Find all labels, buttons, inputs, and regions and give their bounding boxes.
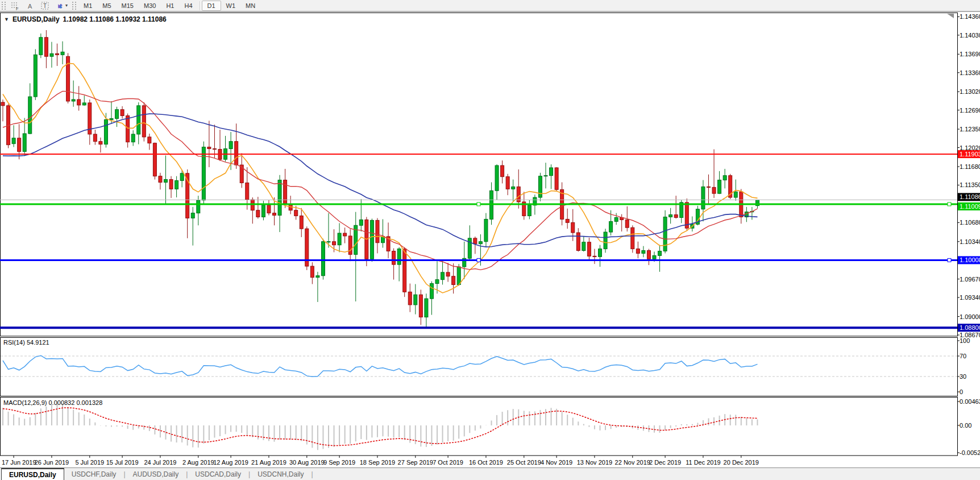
svg-text:F: F [16,6,19,10]
svg-text:0: 0 [960,388,963,395]
svg-text:-0.00529: -0.00529 [960,449,980,456]
timeframe-button-m5[interactable]: M5 [97,1,116,11]
svg-text:A: A [28,2,32,9]
chart-tabs-bar: EURUSD,DailyUSDCHF,Daily|AUDUSD,Daily|US… [0,467,980,480]
toolbar-separator [200,1,200,10]
svg-text:1.13690: 1.13690 [960,51,980,57]
svg-text:1.10340: 1.10340 [960,238,980,245]
svg-text:5 Jul 2019: 5 Jul 2019 [75,459,104,466]
timeframe-button-m30[interactable]: M30 [139,1,161,11]
svg-text:22 Nov 2019: 22 Nov 2019 [615,459,650,466]
date-axis: 17 Jun 201926 Jun 20195 Jul 201915 Jul 2… [2,456,759,466]
chart-canvas[interactable]: 1.143601.140301.136901.133601.130201.126… [0,12,980,468]
svg-text:1.11009: 1.11009 [960,203,980,210]
timeframe-button-m15[interactable]: M15 [117,1,139,11]
arrows-icon[interactable]: ▾ [52,1,70,11]
line-handle[interactable] [948,202,951,206]
collapse-arrow-icon[interactable]: ▼ [4,16,9,22]
svg-text:1.13020: 1.13020 [960,88,980,95]
svg-text:1.12350: 1.12350 [960,126,980,133]
toolbar: F A T ▾ M1M5M15M30H1H4D1W1MN [0,0,980,11]
rsi-label: RSI(14) 54.9121 [3,339,49,346]
svg-text:1.12690: 1.12690 [960,107,980,114]
svg-text:1.10008: 1.10008 [960,256,980,263]
svg-text:21 Aug 2019: 21 Aug 2019 [251,459,286,466]
timeframe-group: M1M5M15M30H1H4D1W1MN [78,1,260,11]
fibonacci-retracement-icon[interactable]: F [8,1,23,11]
svg-text:1.13360: 1.13360 [960,69,980,76]
svg-text:1.10680: 1.10680 [960,219,980,226]
tab-separator: | [311,468,313,480]
svg-text:9 Sep 2019: 9 Sep 2019 [323,459,355,466]
svg-text:13 Nov 2019: 13 Nov 2019 [577,459,612,466]
svg-text:1.11350: 1.11350 [960,181,980,188]
svg-text:1.11086: 1.11086 [960,193,980,200]
chart-window: 1.143601.140301.136901.133601.130201.126… [0,11,980,467]
svg-text:20 Dec 2019: 20 Dec 2019 [724,459,759,466]
chart-symbol-label: EURUSD,Daily [13,15,60,23]
macd-label: MACD(12,26,9) 0.000832 0.001328 [3,399,102,406]
svg-text:1.09670: 1.09670 [960,276,980,283]
svg-text:1.09340: 1.09340 [960,294,980,301]
chart-ohlc-label: 1.10982 1.11086 1.10932 1.11086 [63,15,167,23]
chart-tab-audusd[interactable]: AUDUSD,Daily [126,468,186,480]
svg-text:4 Nov 2019: 4 Nov 2019 [541,459,572,466]
arrows-dropdown-caret[interactable]: ▾ [65,3,68,8]
svg-text:1.12020: 1.12020 [960,144,980,151]
svg-text:0.00463: 0.00463 [960,398,980,405]
svg-text:16 Oct 2019: 16 Oct 2019 [469,459,503,466]
svg-text:2 Dec 2019: 2 Dec 2019 [649,459,681,466]
svg-text:26 Jun 2019: 26 Jun 2019 [35,459,69,466]
svg-text:15 Jul 2019: 15 Jul 2019 [106,459,139,466]
svg-text:1.08800: 1.08800 [960,324,980,331]
svg-text:7 Oct 2019: 7 Oct 2019 [433,459,463,466]
line-handle[interactable] [477,258,480,262]
svg-text:24 Jul 2019: 24 Jul 2019 [144,459,177,466]
svg-text:18 Sep 2019: 18 Sep 2019 [360,459,395,466]
chart-tab-usdchf[interactable]: USDCHF,Daily [64,468,124,480]
line-handle[interactable] [477,202,480,206]
chart-tab-usdcad[interactable]: USDCAD,Daily [188,468,248,480]
svg-text:T: T [43,3,47,9]
svg-text:25 Oct 2019: 25 Oct 2019 [507,459,541,466]
chart-title: ▼ EURUSD,Daily 1.10982 1.11086 1.10932 1… [4,15,167,23]
chart-tab-eurusd[interactable]: EURUSD,Daily [1,468,64,480]
timeframe-button-m1[interactable]: M1 [78,1,97,11]
toolbar-drag-handle[interactable] [2,2,6,10]
timeframe-button-h1[interactable]: H1 [161,1,179,11]
svg-text:17 Jun 2019: 17 Jun 2019 [2,459,36,466]
text-label-icon[interactable]: T [38,1,52,11]
chart-tab-usdcnh[interactable]: USDCNH,Daily [250,468,311,480]
svg-text:30 Aug 2019: 30 Aug 2019 [289,459,325,466]
toolbar-drag-handle-2[interactable] [72,2,76,10]
svg-text:0.00: 0.00 [960,422,971,429]
svg-text:30: 30 [960,373,966,380]
svg-text:1.14030: 1.14030 [960,32,980,39]
svg-text:100: 100 [960,337,970,344]
svg-text:1.14360: 1.14360 [960,13,980,20]
timeframe-button-mn[interactable]: MN [240,1,260,11]
timeframe-button-w1[interactable]: W1 [221,1,241,11]
svg-text:1.11903: 1.11903 [960,151,980,158]
svg-text:1.09000: 1.09000 [960,313,980,320]
svg-text:27 Sep 2019: 27 Sep 2019 [398,459,433,466]
svg-text:11 Dec 2019: 11 Dec 2019 [686,459,721,466]
line-handle[interactable] [948,258,951,262]
timeframe-button-h4[interactable]: H4 [179,1,197,11]
svg-text:1.11680: 1.11680 [960,163,980,170]
svg-text:12 Aug 2019: 12 Aug 2019 [213,459,248,466]
text-icon[interactable]: A [23,1,38,11]
svg-text:70: 70 [960,353,966,359]
price-axis: 1.143601.140301.136901.133601.130201.126… [957,13,980,338]
svg-text:2 Aug 2019: 2 Aug 2019 [182,459,214,466]
timeframe-button-d1[interactable]: D1 [202,1,221,11]
pane-frames [1,13,958,456]
